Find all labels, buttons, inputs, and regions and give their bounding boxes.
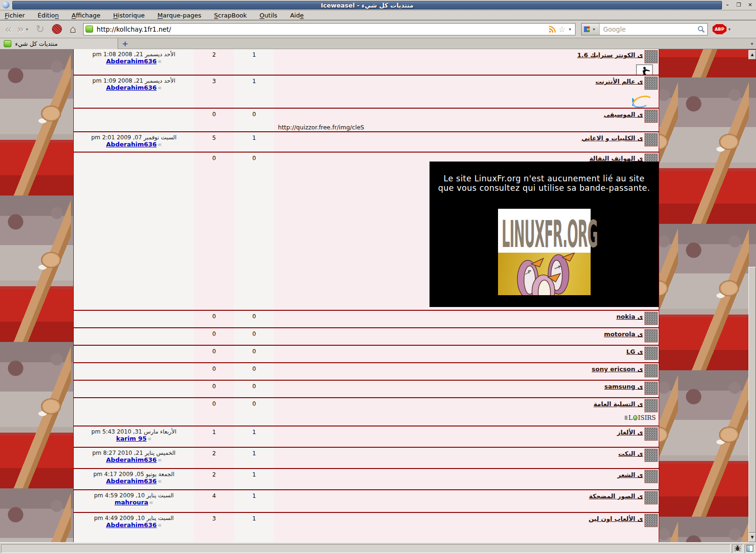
url-bar[interactable]: http://kollchay.1fr1.net/ ☆ ▾	[83, 23, 576, 35]
forum-name-link[interactable]: ى النكت	[619, 450, 643, 457]
forum-name-link[interactable]: ى الموسيقى	[604, 111, 643, 118]
last-post-user-link[interactable]: Abderahim636	[106, 84, 157, 91]
scroll-up-arrow[interactable]: ▲	[748, 50, 756, 60]
forum-name-link[interactable]: ى الصور المضحكة	[589, 493, 643, 500]
topics-count: 0	[234, 311, 274, 327]
url-text[interactable]: http://kollchay.1fr1.net/	[97, 26, 548, 33]
last-post-arrow-icon[interactable]: »	[158, 84, 162, 91]
forward-button[interactable]: »	[17, 23, 25, 36]
forum-name-link[interactable]: ى التسلية العامة	[593, 401, 643, 408]
forum-name-link[interactable]: ى motorola	[604, 331, 643, 338]
posts-count: 3	[194, 513, 234, 542]
last-post-cell: الأربعاء مارس 31, 2010 5:43 pm»karim 95	[74, 426, 194, 447]
google-icon	[584, 26, 590, 33]
topics-count: 1	[234, 426, 274, 447]
new-tab-button[interactable]: +	[122, 39, 128, 48]
last-post-user-link[interactable]: Abderahim636	[106, 477, 157, 485]
scroll-down-arrow[interactable]: ▼	[748, 533, 756, 542]
forum-name-link[interactable]: ى الكليبات و الاغاني	[582, 135, 643, 142]
stop-button[interactable]	[52, 24, 62, 34]
search-magnifier-icon[interactable]	[697, 25, 705, 34]
back-button[interactable]: «	[5, 23, 12, 36]
posts-count: 2	[194, 49, 234, 75]
menu-outils[interactable]: Outils	[259, 12, 277, 19]
forum-name-link[interactable]: ى عالم الأنترنت	[595, 78, 643, 85]
last-post-user-link[interactable]: Abderahim636	[106, 141, 157, 148]
forum-row: الأحد ديسمبر 21, 2008 1:08 pm»Abderahim6…	[74, 49, 659, 76]
menu-historique[interactable]: Historique	[113, 12, 145, 19]
forum-row: 00ى LG	[74, 346, 659, 363]
forum-row: 00ى الموسيقىhttp://quizzor.free.fr/img/c…	[74, 109, 659, 132]
topics-count: 0	[234, 328, 274, 345]
last-post-user-link[interactable]: karim 95	[116, 435, 146, 442]
topics-count: 1	[234, 76, 274, 108]
posts-count: 5	[194, 132, 234, 152]
history-dropdown-icon[interactable]: ▾	[26, 27, 28, 32]
adblock-plus-icon[interactable]: ABP	[713, 24, 727, 34]
last-post-user-link[interactable]: Abderahim636	[106, 521, 157, 528]
urlbar-dropdown-icon[interactable]: ▾	[569, 27, 571, 32]
tab-favicon	[4, 40, 11, 47]
status-message-panel	[1, 544, 730, 553]
search-box[interactable]: ▾ Google	[581, 23, 708, 35]
maximize-button[interactable]: ❒	[735, 1, 743, 9]
title-bar-highlight: منتديات كل شيء - Iceweasel	[12, 1, 722, 9]
forum-status-icon	[644, 133, 658, 146]
close-button[interactable]: ✕	[746, 1, 754, 9]
last-post-arrow-icon[interactable]: »	[158, 477, 162, 485]
forum-status-icon	[644, 491, 658, 504]
forum-row: الأحد ديسمبر 21, 2008 1:09 pm»Abderahim6…	[74, 76, 659, 109]
reload-button[interactable]: ↻	[36, 23, 44, 35]
menu-aide[interactable]: Aide	[290, 12, 304, 19]
panel-addon-cell[interactable]	[745, 544, 755, 553]
sidebar-panel-icon	[747, 545, 753, 552]
forum-name-link[interactable]: ى الكونتر سترايك 1.6	[577, 51, 643, 59]
menu-dition[interactable]: Édition	[38, 12, 59, 19]
last-post-user-link[interactable]: mahroura	[114, 499, 148, 506]
menu-marquepages[interactable]: Marque-pages	[157, 12, 201, 19]
search-engine-selector[interactable]: ▾	[582, 24, 600, 35]
last-post-user-link[interactable]: Abderahim636	[106, 456, 157, 463]
menu-scrapbook[interactable]: ScrapBook	[214, 12, 247, 19]
abp-dropdown-icon[interactable]: ▾	[729, 27, 731, 32]
home-button[interactable]: ⌂	[69, 23, 77, 35]
forum-name-link[interactable]: ى الألغاز	[617, 429, 643, 436]
linuxfr-banner[interactable]: Le site LinuxFr.org n'est aucunement lié…	[430, 162, 659, 307]
forum-name-link[interactable]: ى samsung	[604, 383, 643, 390]
forum-status-icon	[644, 427, 658, 441]
list-all-tabs-icon[interactable]: ▾	[751, 41, 753, 46]
scrollbar-thumb[interactable]	[748, 267, 756, 533]
last-post-arrow-icon[interactable]: »	[158, 58, 162, 65]
search-engine-dropdown-icon: ▾	[593, 27, 595, 32]
bookmark-star-icon[interactable]: ☆	[558, 25, 566, 34]
last-post-arrow-icon[interactable]: »	[149, 499, 153, 506]
forum-name-link[interactable]: ى sony ericson	[592, 366, 643, 373]
forum-name-link[interactable]: ى الهواتف النقالة	[589, 155, 643, 162]
forum-status-icon	[644, 514, 658, 527]
topics-count: 1	[234, 469, 274, 489]
counter-strike-icon	[636, 64, 653, 76]
last-post-cell: السبت يناير 10, 2009 4:49 pm»Abderahim63…	[74, 513, 194, 542]
search-input[interactable]: Google	[600, 26, 697, 33]
forum-name-link[interactable]: ى الألعاب اون لين	[589, 515, 643, 522]
menu-fichier[interactable]: Fichier	[5, 12, 25, 19]
forum-status-icon	[644, 382, 658, 395]
rss-icon[interactable]	[549, 26, 556, 33]
last-post-cell: الخميس يناير 21, 2010 8:27 pm»Abderahim6…	[74, 448, 194, 468]
forum-status-icon	[644, 347, 658, 360]
topics-count: 0	[234, 109, 274, 131]
last-post-arrow-icon[interactable]: »	[147, 435, 151, 442]
bug-addon-cell[interactable]	[732, 544, 743, 553]
forum-name-cell: ى الكونتر سترايك 1.6	[274, 49, 659, 75]
last-post-arrow-icon[interactable]: »	[158, 141, 162, 148]
tab-forum[interactable]: منتديات كل شيء	[0, 38, 118, 49]
menu-affichage[interactable]: Affichage	[72, 12, 101, 19]
last-post-arrow-icon[interactable]: »	[158, 521, 162, 528]
minimize-button[interactable]: –	[723, 1, 731, 9]
forum-name-link[interactable]: ى LG	[627, 348, 643, 355]
forum-name-link[interactable]: ى الشعر	[618, 471, 643, 478]
forum-name-link[interactable]: ى nokia	[616, 313, 643, 320]
last-post-user-link[interactable]: Abderahim636	[106, 58, 157, 65]
last-post-arrow-icon[interactable]: »	[158, 456, 162, 463]
last-post-date: السبت يناير 10, 2009 4:59 pm	[74, 492, 194, 499]
